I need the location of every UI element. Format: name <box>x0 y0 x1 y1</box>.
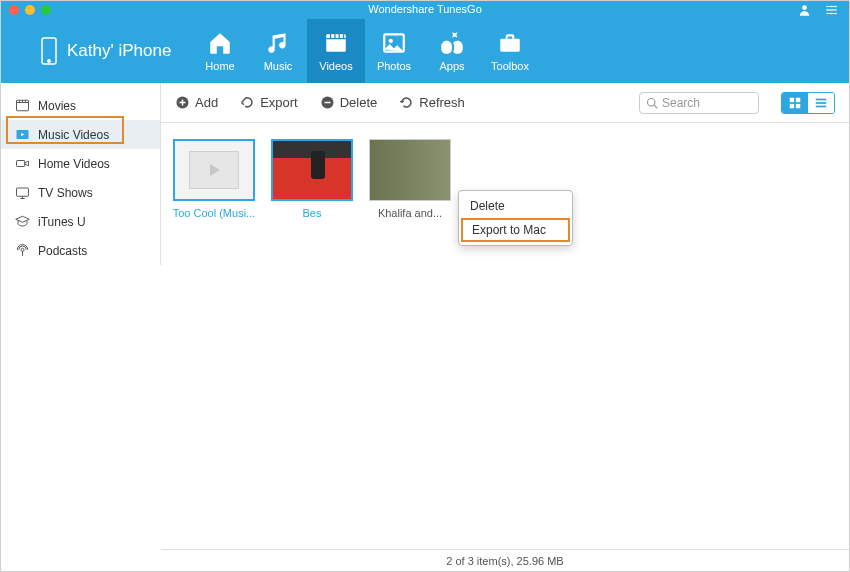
grid-icon <box>788 96 802 110</box>
menu-icon[interactable] <box>824 3 839 21</box>
sidebar-item-label: Music Videos <box>38 128 109 142</box>
content-area: Too Cool (Musi... Bes Khalifa and... Del… <box>161 123 849 549</box>
svg-rect-20 <box>796 97 800 101</box>
plus-circle-icon <box>175 95 190 110</box>
window-controls <box>9 5 51 15</box>
videos-icon <box>322 30 350 56</box>
sidebar-item-label: Podcasts <box>38 244 87 258</box>
device-name-text: Kathy' iPhone <box>67 41 171 61</box>
toolbox-icon <box>496 30 524 56</box>
export-button[interactable]: Export <box>240 95 298 110</box>
svg-rect-6 <box>326 34 346 51</box>
sidebar-item-label: iTunes U <box>38 215 86 229</box>
tv-icon <box>15 185 30 200</box>
status-bar: 2 of 3 item(s), 25.96 MB <box>161 549 849 571</box>
refresh-icon <box>399 95 414 110</box>
svg-rect-24 <box>816 102 827 104</box>
svg-rect-9 <box>500 39 520 52</box>
play-icon <box>206 162 222 178</box>
film-icon <box>15 98 30 113</box>
sidebar-item-label: Home Videos <box>38 157 110 171</box>
svg-point-8 <box>389 39 393 43</box>
svg-rect-19 <box>790 97 794 101</box>
svg-point-0 <box>802 5 807 10</box>
main-tabs: Home Music Videos Photos Apps Toolbox <box>191 19 539 83</box>
svg-rect-1 <box>826 6 837 7</box>
list-view-button[interactable] <box>808 93 834 113</box>
thumb-label: Too Cool (Musi... <box>172 207 256 219</box>
svg-rect-3 <box>826 13 837 14</box>
phone-icon <box>41 37 57 65</box>
view-toggle <box>781 92 835 114</box>
titlebar: Wondershare TunesGo <box>1 1 849 19</box>
body: Movies Music Videos Home Videos TV Shows… <box>1 83 849 571</box>
sidebar-item-music-videos[interactable]: Music Videos <box>1 120 160 149</box>
minimize-icon[interactable] <box>25 5 35 15</box>
tab-photos[interactable]: Photos <box>365 19 423 83</box>
main-panel: Add Export Delete Refresh Search <box>161 83 849 571</box>
add-button[interactable]: Add <box>175 95 218 110</box>
tab-videos[interactable]: Videos <box>307 19 365 83</box>
svg-rect-22 <box>796 103 800 107</box>
tab-toolbox[interactable]: Toolbox <box>481 19 539 83</box>
svg-point-14 <box>21 248 24 251</box>
camcorder-icon <box>15 156 30 171</box>
tab-home[interactable]: Home <box>191 19 249 83</box>
sidebar-item-tv-shows[interactable]: TV Shows <box>1 178 160 207</box>
zoom-icon[interactable] <box>41 5 51 15</box>
video-thumb-2[interactable]: Bes <box>269 139 355 219</box>
apps-icon <box>438 30 466 56</box>
svg-rect-2 <box>826 9 837 10</box>
thumbnail-image <box>369 139 451 201</box>
svg-rect-13 <box>17 188 29 196</box>
music-video-icon <box>15 127 30 142</box>
thumbnail-placeholder <box>173 139 255 201</box>
tab-music[interactable]: Music <box>249 19 307 83</box>
thumb-label: Khalifa and... <box>368 207 452 219</box>
tab-apps[interactable]: Apps <box>423 19 481 83</box>
svg-point-18 <box>648 98 656 106</box>
context-menu-export-to-mac[interactable]: Export to Mac <box>461 218 570 242</box>
video-thumb-3[interactable]: Khalifa and... <box>367 139 453 219</box>
device-label[interactable]: Kathy' iPhone <box>1 37 191 65</box>
minus-circle-icon <box>320 95 335 110</box>
header: Kathy' iPhone Home Music Videos Photos A… <box>1 19 849 83</box>
svg-rect-17 <box>324 102 330 104</box>
toolbar: Add Export Delete Refresh Search <box>161 83 849 123</box>
sidebar-item-label: Movies <box>38 99 76 113</box>
context-menu: Delete Export to Mac <box>458 190 573 246</box>
podcast-icon <box>15 243 30 258</box>
video-thumb-1[interactable]: Too Cool (Musi... <box>171 139 257 219</box>
sidebar: Movies Music Videos Home Videos TV Shows… <box>1 83 161 265</box>
music-icon <box>264 30 292 56</box>
svg-rect-12 <box>17 161 25 167</box>
sidebar-item-label: TV Shows <box>38 186 93 200</box>
search-icon <box>646 97 658 109</box>
thumbnail-image <box>271 139 353 201</box>
app-title: Wondershare TunesGo <box>368 3 482 15</box>
graduation-icon <box>15 214 30 229</box>
app-window: Wondershare TunesGo Kathy' iPhone Home M… <box>0 0 850 572</box>
sidebar-item-itunes-u[interactable]: iTunes U <box>1 207 160 236</box>
context-menu-delete[interactable]: Delete <box>459 194 572 218</box>
svg-rect-25 <box>816 105 827 107</box>
list-icon <box>814 96 828 110</box>
grid-view-button[interactable] <box>782 93 808 113</box>
delete-button[interactable]: Delete <box>320 95 378 110</box>
sidebar-item-movies[interactable]: Movies <box>1 91 160 120</box>
thumb-label: Bes <box>270 207 354 219</box>
refresh-button[interactable]: Refresh <box>399 95 465 110</box>
home-icon <box>206 30 234 56</box>
user-icon[interactable] <box>797 3 812 21</box>
close-icon[interactable] <box>9 5 19 15</box>
sidebar-item-home-videos[interactable]: Home Videos <box>1 149 160 178</box>
svg-point-5 <box>48 60 50 62</box>
sidebar-item-podcasts[interactable]: Podcasts <box>1 236 160 265</box>
export-icon <box>240 95 255 110</box>
svg-rect-21 <box>790 103 794 107</box>
search-input[interactable]: Search <box>639 92 759 114</box>
svg-rect-23 <box>816 98 827 100</box>
photos-icon <box>380 30 408 56</box>
